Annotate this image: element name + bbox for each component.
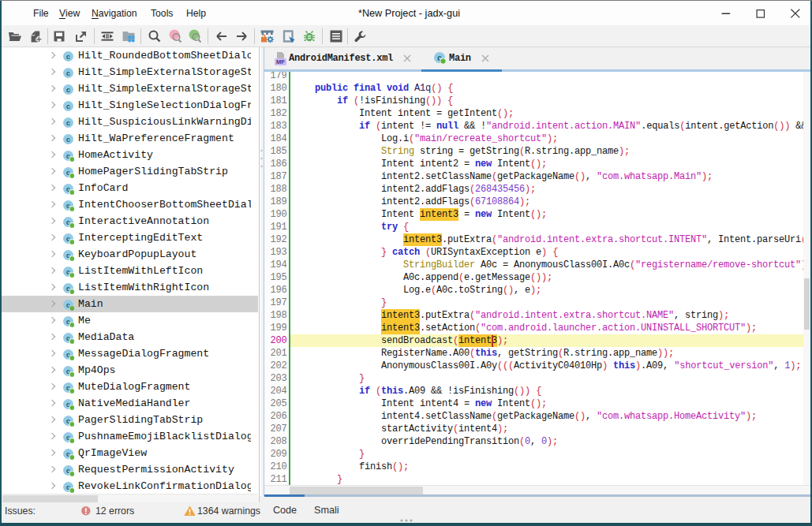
svg-text:MF: MF	[276, 58, 285, 65]
svg-text:c: c	[66, 70, 70, 78]
svg-text:c: c	[66, 54, 70, 62]
svg-text:c: c	[66, 136, 70, 144]
svg-text:c: c	[66, 87, 70, 95]
svg-text:c: c	[66, 103, 70, 111]
svg-text:c: c	[66, 120, 70, 128]
